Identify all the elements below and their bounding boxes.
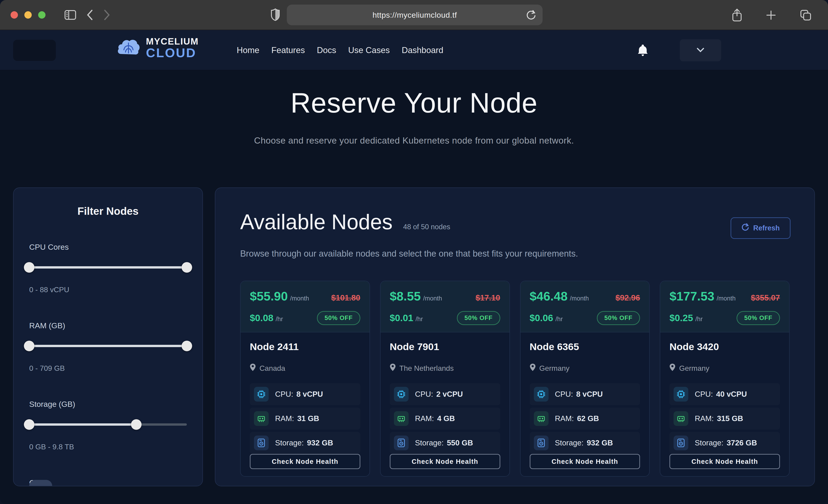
site-navbar: MYCELIUM CLOUD Home Features Docs Use Ca… [0, 30, 828, 70]
forward-button[interactable] [104, 9, 110, 20]
check-node-health-button[interactable]: Check Node Health [390, 454, 500, 469]
filter-group-cpu: CPU Cores 0 - 88 vCPU [29, 243, 187, 294]
user-menu-button[interactable] [680, 39, 721, 61]
close-window-button[interactable] [10, 11, 18, 18]
per-hour-label: /hr [276, 316, 283, 323]
refresh-button[interactable]: Refresh [731, 217, 791, 239]
node-name: Node 3420 [669, 341, 780, 352]
discount-badge: 50% OFF [457, 311, 500, 325]
ram-icon [673, 411, 688, 426]
slider-thumb-min[interactable] [24, 419, 35, 430]
storage-icon [534, 435, 548, 450]
per-hour-label: /hr [555, 316, 563, 323]
spec-row-ram: RAM:31 GB [250, 408, 360, 429]
spec-label: RAM: [275, 414, 294, 423]
filter-range-storage: 0 GB - 9.8 TB [29, 443, 187, 451]
back-button[interactable] [86, 9, 93, 20]
location-pin-icon [390, 364, 396, 373]
spec-value: 2 vCPU [437, 390, 463, 398]
spec-label: CPU: [695, 390, 713, 398]
node-price-header: $55.90/month $101.80 $0.08/hr 50% OFF [241, 281, 370, 332]
node-card: $8.55/month $17.10 $0.01/hr 50% OFF Node… [380, 281, 510, 477]
new-tab-icon[interactable] [766, 10, 776, 20]
address-bar[interactable]: https://myceliumcloud.tf [287, 5, 543, 25]
cpu-range-slider[interactable] [29, 262, 187, 273]
discount-badge: 50% OFF [317, 311, 360, 325]
spec-row-ram: RAM:4 GB [390, 408, 500, 429]
slider-thumb-max[interactable] [181, 262, 192, 273]
nav-link-home[interactable]: Home [237, 45, 259, 55]
nav-link-use-cases[interactable]: Use Cases [348, 45, 390, 55]
storage-icon [254, 435, 268, 450]
slider-thumb-min[interactable] [24, 262, 35, 273]
filter-label-gpu: GPU [29, 478, 187, 486]
cpu-icon [254, 387, 268, 402]
notifications-bell-icon[interactable] [632, 40, 653, 61]
hero-section: Reserve Your Node Choose and reserve you… [0, 70, 828, 187]
brand-logo[interactable]: MYCELIUM CLOUD [116, 37, 199, 59]
nav-link-docs[interactable]: Docs [317, 45, 336, 55]
nav-link-features[interactable]: Features [272, 45, 305, 55]
spec-value: 932 GB [307, 438, 333, 447]
check-node-health-button[interactable]: Check Node Health [250, 454, 360, 469]
filter-range-ram: 0 - 709 GB [29, 364, 187, 373]
node-name: Node 2411 [250, 341, 360, 352]
available-nodes-title: Available Nodes [240, 210, 392, 234]
mycelium-cloud-logo-icon [116, 37, 141, 59]
zoom-window-button[interactable] [38, 11, 45, 18]
page-subtitle: Choose and reserve your dedicated Kubern… [0, 135, 828, 145]
old-price: $92.96 [615, 293, 640, 302]
spec-value: 31 GB [297, 414, 319, 423]
spec-label: Storage: [555, 438, 584, 447]
toolbar-right-icons [727, 0, 817, 30]
spec-value: 3726 GB [727, 438, 757, 447]
node-card-grid: $55.90/month $101.80 $0.08/hr 50% OFF No… [240, 281, 790, 477]
monthly-price: $55.90 [250, 289, 288, 303]
spec-value: 62 GB [577, 414, 599, 423]
chevron-down-icon [697, 48, 704, 53]
spec-row-ram: RAM:315 GB [669, 408, 780, 429]
slider-thumb-max[interactable] [131, 419, 141, 430]
storage-range-slider[interactable] [29, 419, 187, 430]
location-pin-icon [669, 364, 675, 373]
old-price: $101.80 [331, 293, 360, 302]
spec-row-storage: Storage:3726 GB [669, 432, 780, 454]
privacy-shield-icon[interactable] [271, 8, 280, 22]
filter-group-storage: Storage (GB) 0 GB - 9.8 TB [29, 400, 187, 451]
tab-overview-icon[interactable] [800, 9, 812, 21]
nav-link-dashboard[interactable]: Dashboard [402, 45, 443, 55]
check-node-health-button[interactable]: Check Node Health [530, 454, 640, 469]
reload-icon[interactable] [526, 10, 536, 22]
per-month-label: /month [570, 295, 589, 302]
hourly-price: $0.01 [390, 312, 413, 323]
ram-range-slider[interactable] [29, 341, 187, 351]
available-nodes-subtitle: Browse through our available nodes and s… [240, 249, 790, 259]
gpu-toggle[interactable] [29, 480, 52, 486]
slider-thumb-max[interactable] [181, 341, 192, 351]
sidebar-toggle-icon[interactable] [64, 10, 76, 20]
location-pin-icon [530, 364, 536, 373]
node-card: $55.90/month $101.80 $0.08/hr 50% OFF No… [240, 281, 370, 477]
ram-icon [254, 411, 268, 426]
share-icon[interactable] [732, 8, 742, 22]
per-hour-label: /hr [415, 316, 423, 323]
spec-value: 8 vCPU [576, 390, 603, 398]
cpu-icon [534, 387, 548, 402]
old-price: $17.10 [475, 293, 500, 302]
minimize-window-button[interactable] [24, 11, 32, 18]
address-bar-url: https://myceliumcloud.tf [373, 10, 457, 19]
node-price-header: $46.48/month $92.96 $0.06/hr 50% OFF [521, 281, 650, 332]
spec-value: 550 GB [447, 438, 473, 447]
brand-wordmark: MYCELIUM CLOUD [146, 37, 199, 59]
per-month-label: /month [423, 295, 442, 302]
node-location: Germany [679, 364, 709, 373]
hourly-price: $0.06 [530, 312, 553, 323]
node-card: $46.48/month $92.96 $0.06/hr 50% OFF Nod… [520, 281, 650, 477]
nav-links: Home Features Docs Use Cases Dashboard [237, 30, 443, 70]
filter-label-storage: Storage (GB) [29, 400, 187, 409]
spec-label: Storage: [275, 438, 304, 447]
check-node-health-button[interactable]: Check Node Health [669, 454, 780, 469]
slider-thumb-min[interactable] [24, 341, 35, 351]
old-price: $355.07 [751, 293, 780, 302]
spec-label: CPU: [275, 390, 293, 398]
